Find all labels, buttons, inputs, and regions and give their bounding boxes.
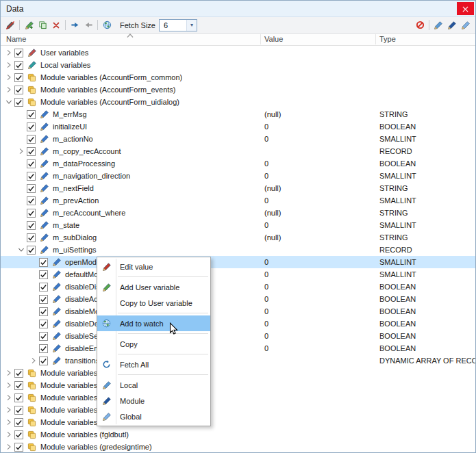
- expand-arrow-icon[interactable]: [3, 84, 14, 95]
- watch-checkbox[interactable]: [14, 369, 23, 378]
- tree-row-module-variables-fgldbutl[interactable]: Module variables (fgldbutl): [1, 428, 475, 441]
- tree-row-m-dataprocessing[interactable]: m_dataProcessing0BOOLEAN: [1, 157, 475, 170]
- watch-checkbox[interactable]: [27, 159, 36, 168]
- watch-checkbox[interactable]: [39, 258, 48, 267]
- watch-checkbox[interactable]: [27, 110, 36, 119]
- tree-row-openmode[interactable]: openMode0SMALLINT: [1, 256, 475, 268]
- watch-checkbox[interactable]: [27, 209, 36, 218]
- column-header-type[interactable]: Type: [379, 35, 396, 43]
- expand-arrow-icon[interactable]: [3, 417, 14, 428]
- watch-checkbox[interactable]: [14, 393, 23, 402]
- column-divider[interactable]: [260, 34, 261, 44]
- menu-item-copy-to-user-variable[interactable]: Copy to User variable: [97, 295, 210, 311]
- tree-row-module-variables-accountform-events[interactable]: Module variables (AccountForm_events): [1, 83, 475, 96]
- tree-row-m-errmsg[interactable]: M_errMsg(null)STRING: [1, 108, 475, 120]
- tree-row-module-variables[interactable]: Module variables: [1, 416, 475, 428]
- tree-row-user-variables[interactable]: User variables: [1, 47, 475, 59]
- red-ban-icon[interactable]: [413, 18, 427, 32]
- tree-row-m-prevaction[interactable]: m_prevAction0SMALLINT: [1, 194, 475, 207]
- watch-checkbox[interactable]: [27, 184, 36, 193]
- watch-checkbox[interactable]: [14, 418, 23, 427]
- tree-row-m-uisettings[interactable]: m_uiSettingsRECORD: [1, 244, 475, 256]
- tree-row-disabledisplay[interactable]: disableDisplay0BOOLEAN: [1, 281, 475, 293]
- collapse-arrow-icon[interactable]: [3, 96, 14, 107]
- watch-checkbox[interactable]: [39, 295, 48, 304]
- menu-item-module[interactable]: Module: [97, 393, 210, 409]
- tree-row-module-variables[interactable]: Module variables: [1, 379, 475, 391]
- add-variable-icon[interactable]: [22, 18, 36, 32]
- tree-row-disablesearch[interactable]: disableSearch0BOOLEAN: [1, 330, 475, 342]
- tree-row-m-state[interactable]: m_state0SMALLINT: [1, 219, 475, 231]
- watch-checkbox[interactable]: [39, 307, 48, 316]
- tree-row-disableempty[interactable]: disableEmpty0BOOLEAN: [1, 342, 475, 354]
- menu-item-add-user-variable[interactable]: Add User variable: [97, 279, 210, 295]
- watch-checkbox[interactable]: [39, 357, 48, 365]
- watch-checkbox[interactable]: [39, 283, 48, 292]
- tree-row-module-variables[interactable]: Module variables: [1, 367, 475, 379]
- expand-arrow-icon[interactable]: [3, 380, 14, 391]
- tree-row-module-variables[interactable]: Module variables: [1, 404, 475, 416]
- watch-checkbox[interactable]: [14, 430, 23, 439]
- expand-arrow-icon[interactable]: [3, 72, 14, 83]
- tree-row-m-nextfield[interactable]: m_nextField(null)STRING: [1, 182, 475, 194]
- watch-checkbox[interactable]: [14, 61, 23, 70]
- watch-checkbox[interactable]: [27, 135, 36, 144]
- expand-arrow-icon[interactable]: [3, 60, 14, 70]
- menu-item-edit-value[interactable]: Edit value: [97, 259, 210, 274]
- watch-checkbox[interactable]: [14, 443, 23, 452]
- watch-checkbox[interactable]: [27, 221, 36, 230]
- watch-checkbox[interactable]: [27, 172, 36, 181]
- watch-checkbox[interactable]: [14, 98, 23, 107]
- tree-row-local-variables[interactable]: Local variables: [1, 59, 475, 71]
- watch-checkbox[interactable]: [27, 233, 36, 242]
- tree-row-module-variables-accountform-uidialog[interactable]: Module variables (AccountForm_uidialog): [1, 96, 475, 108]
- remove-variable-icon[interactable]: [49, 18, 63, 32]
- expand-arrow-icon[interactable]: [3, 441, 14, 452]
- tree-row-module-variables-gredesigntime[interactable]: Module variables (gredesigntime): [1, 441, 475, 452]
- watch-checkbox[interactable]: [27, 196, 36, 205]
- column-header-name[interactable]: Name: [6, 35, 26, 43]
- expand-arrow-icon[interactable]: [3, 47, 14, 58]
- tree-row-m-subdialog[interactable]: m_subDialog(null)STRING: [1, 231, 475, 244]
- watch-globe-icon[interactable]: [100, 18, 114, 32]
- chevron-down-icon[interactable]: ▾: [186, 20, 197, 31]
- pen-slash-icon[interactable]: [3, 18, 17, 32]
- expand-arrow-icon[interactable]: [3, 392, 14, 403]
- expand-arrow-icon[interactable]: [16, 146, 27, 157]
- watch-checkbox[interactable]: [39, 332, 48, 341]
- column-header-value[interactable]: Value: [264, 35, 283, 43]
- module-pen-icon[interactable]: [445, 18, 459, 32]
- menu-item-copy[interactable]: Copy: [97, 336, 210, 352]
- menu-item-local[interactable]: Local: [97, 377, 210, 393]
- tree-row-disabledelete[interactable]: disableDelete0BOOLEAN: [1, 318, 475, 330]
- column-divider[interactable]: [375, 34, 376, 44]
- tree-row-disableadd[interactable]: disableAdd0BOOLEAN: [1, 293, 475, 305]
- expand-arrow-icon[interactable]: [28, 355, 39, 366]
- local-pen-icon[interactable]: [431, 18, 445, 32]
- copy-variable-icon[interactable]: [36, 18, 49, 32]
- watch-checkbox[interactable]: [39, 270, 48, 279]
- close-button[interactable]: [457, 2, 474, 15]
- watch-checkbox[interactable]: [39, 344, 48, 353]
- expand-arrow-icon[interactable]: [3, 404, 14, 415]
- watch-checkbox[interactable]: [14, 73, 23, 82]
- watch-checkbox[interactable]: [14, 406, 23, 415]
- watch-checkbox[interactable]: [27, 122, 36, 131]
- watch-checkbox[interactable]: [39, 320, 48, 328]
- tree-row-m-actionno[interactable]: m_actionNo0SMALLINT: [1, 133, 475, 145]
- forward-arrow-icon[interactable]: [68, 18, 82, 32]
- watch-checkbox[interactable]: [14, 49, 23, 57]
- menu-item-fetch-all[interactable]: Fetch All: [97, 357, 210, 372]
- tree-row-module-variables-accountform-common[interactable]: Module variables (AccountForm_common): [1, 71, 475, 83]
- tree-row-m-navigation-direction[interactable]: m_navigation_direction0SMALLINT: [1, 170, 475, 182]
- menu-item-global[interactable]: Global: [97, 409, 210, 424]
- watch-checkbox[interactable]: [14, 381, 23, 390]
- collapse-arrow-icon[interactable]: [16, 244, 27, 255]
- expand-arrow-icon[interactable]: [3, 367, 14, 378]
- back-arrow-icon[interactable]: [82, 18, 95, 32]
- global-pen-icon[interactable]: [459, 18, 473, 32]
- watch-checkbox[interactable]: [14, 86, 23, 94]
- watch-checkbox[interactable]: [27, 246, 36, 255]
- tree-row-disablemodify[interactable]: disableModify0BOOLEAN: [1, 305, 475, 318]
- watch-checkbox[interactable]: [27, 147, 36, 156]
